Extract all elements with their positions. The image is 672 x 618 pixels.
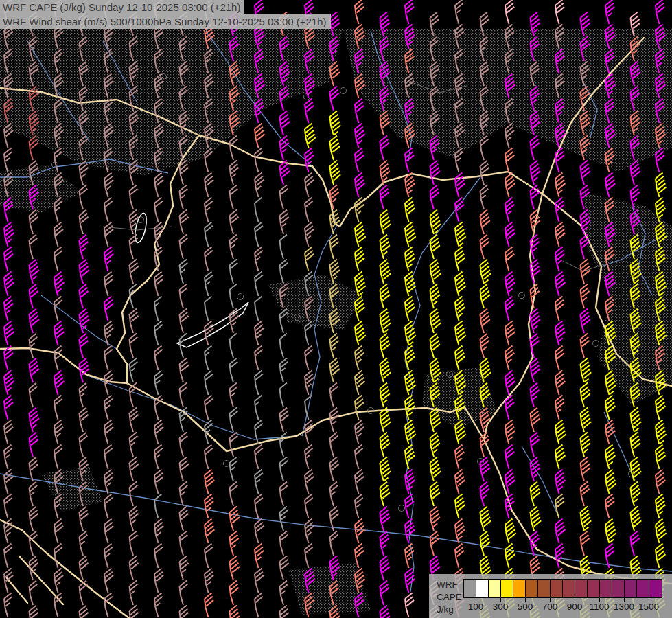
legend-cell-1: [476, 580, 489, 597]
map-canvas: [0, 0, 672, 618]
legend-cell-2: [489, 580, 501, 597]
title-line-2: WRF Wind shear (m/s) 500/1000hPa Sunday …: [0, 14, 331, 29]
legend-label-cape: CAPE: [437, 592, 462, 602]
cape-legend: WRF CAPE J/kg 10030050070090011001300150…: [429, 574, 672, 618]
legend-colorbar: [463, 579, 662, 598]
legend-cell-11: [600, 580, 612, 597]
title-block: WRF CAPE (J/kg) Sunday 12-10-2025 03:00 …: [0, 0, 331, 29]
legend-cell-4: [513, 580, 526, 597]
legend-cell-3: [501, 580, 513, 597]
title-line-1: WRF CAPE (J/kg) Sunday 12-10-2025 03:00 …: [0, 0, 244, 14]
legend-tick: [624, 597, 625, 602]
legend-cell-9: [575, 580, 588, 597]
legend-tick-label: 700: [536, 602, 564, 612]
legend-tick-label: 100: [462, 602, 489, 612]
legend-cell-10: [588, 580, 600, 597]
legend-tick: [550, 597, 551, 602]
legend-label-wrf: WRF: [437, 580, 458, 590]
legend-tick-label: 1300: [610, 602, 638, 612]
legend-tick: [476, 597, 476, 602]
legend-tick: [525, 597, 526, 602]
legend-cell-0: [464, 580, 476, 597]
legend-tick-label: 1500: [635, 602, 662, 612]
legend-cell-13: [625, 580, 637, 597]
legend-cell-7: [551, 580, 563, 597]
legend-cell-8: [563, 580, 575, 597]
legend-tick-label: 900: [561, 602, 588, 612]
legend-cell-5: [526, 580, 538, 597]
legend-tick-label: 300: [487, 602, 514, 612]
legend-label-unit: J/kg: [437, 604, 454, 615]
legend-tick: [599, 597, 600, 602]
legend-cell-12: [612, 580, 625, 597]
legend-cell-14: [637, 580, 649, 597]
legend-cell-15: [649, 580, 662, 597]
legend-tick: [649, 597, 649, 602]
weather-map-screen: WRF CAPE (J/kg) Sunday 12-10-2025 03:00 …: [0, 0, 672, 618]
legend-cell-6: [538, 580, 551, 597]
legend-tick: [575, 597, 575, 602]
legend-tick: [500, 597, 501, 602]
legend-tick-label: 500: [511, 602, 539, 612]
legend-tick-label: 1100: [586, 602, 613, 612]
